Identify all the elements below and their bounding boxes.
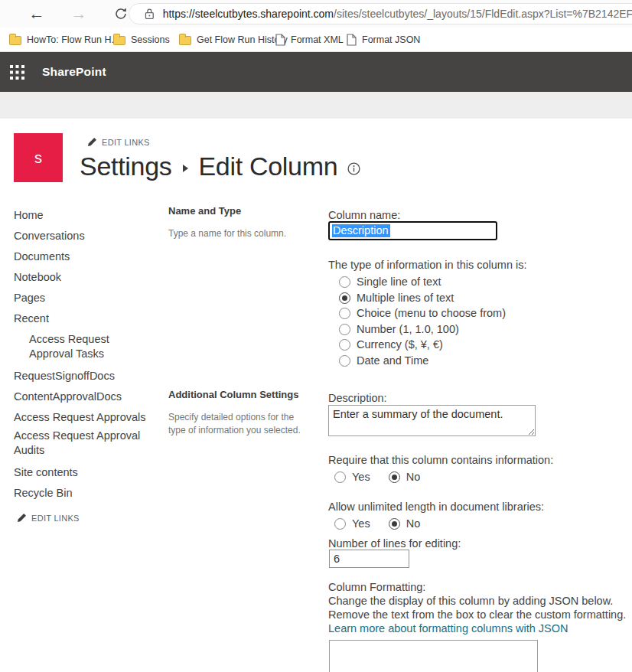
edit-links-label: EDIT LINKS (102, 138, 150, 147)
column-name-input[interactable]: Description (328, 221, 497, 240)
radio-label: No (406, 471, 421, 483)
url-domain: steelcutbytes.sharepoint.com (195, 8, 334, 20)
back-button[interactable]: ← (25, 3, 48, 24)
refresh-icon (114, 7, 128, 21)
section-description-name-and-type: Type a name for this column. (168, 227, 314, 240)
require-yes-option[interactable]: Yes (334, 471, 370, 483)
bookmark-howto-flow-run[interactable]: HowTo: Flow Run H... (9, 28, 119, 51)
radio-label: Single line of text (357, 276, 441, 288)
forward-button[interactable]: → (67, 3, 90, 24)
info-icon (347, 162, 360, 175)
description-label: Description: (328, 392, 387, 404)
back-icon: ← (29, 5, 45, 23)
sidebar-item-access-request-approval-tasks[interactable]: Access Request Approval Tasks (29, 332, 144, 361)
column-name-label: Column name: (328, 209, 400, 221)
unlimited-radio-group: Yes No (334, 517, 420, 530)
column-formatting-label: Column Formatting: (328, 581, 425, 593)
sidebar-item-recycle-bin[interactable]: Recycle Bin (14, 486, 159, 501)
folder-icon (9, 36, 21, 45)
pencil-icon (87, 137, 97, 147)
radio-icon-selected[interactable] (339, 292, 350, 304)
url-text: https://steelcutbytes.sharepoint.com/sit… (163, 8, 632, 20)
column-formatting-textarea[interactable] (329, 640, 538, 672)
info-button[interactable] (347, 162, 360, 175)
radio-icon[interactable] (339, 339, 350, 351)
formatting-learn-more-link[interactable]: Learn more about formatting columns with… (328, 622, 568, 634)
bookmark-format-json[interactable]: Format JSON (347, 28, 420, 51)
site-logo[interactable]: s (14, 133, 63, 182)
column-name-selected-text: Description (332, 224, 390, 237)
sidebar-item-home[interactable]: Home (14, 208, 159, 223)
url-scheme: https:// (163, 8, 195, 20)
bookmark-label: Get Flow Run History (197, 34, 288, 45)
waffle-icon (10, 65, 24, 80)
bookmarks-bar: HowTo: Flow Run H... Sessions Get Flow R… (0, 28, 632, 52)
breadcrumb-arrow-icon (183, 165, 188, 172)
sidebar-item-pages[interactable]: Pages (14, 291, 159, 305)
sidebar-item-contentapprovaldocs[interactable]: ContentApprovalDocs (14, 390, 159, 404)
lock-icon (145, 8, 155, 20)
radio-option-number[interactable]: Number (1, 1.0, 100) (339, 323, 459, 335)
sidebar-item-conversations[interactable]: Conversations (14, 229, 159, 243)
section-heading-additional-settings: Additional Column Settings (168, 389, 298, 400)
radio-option-multiple-lines-of-text[interactable]: Multiple lines of text (339, 292, 454, 304)
edit-links-top-button[interactable]: EDIT LINKS (87, 137, 150, 147)
column-formatting-help-2: Remove the text from the box to clear th… (328, 608, 626, 621)
require-radio-group: Yes No (334, 471, 420, 483)
radio-option-currency[interactable]: Currency ($, ¥, €) (339, 338, 443, 351)
unlimited-yes-option[interactable]: Yes (334, 517, 370, 530)
radio-icon[interactable] (339, 276, 350, 288)
sidebar-item-documents[interactable]: Documents (14, 250, 159, 264)
section-heading-name-and-type: Name and Type (168, 205, 241, 217)
number-of-lines-input[interactable] (329, 550, 409, 568)
number-of-lines-label: Number of lines for editing: (328, 537, 461, 550)
radio-label: No (406, 517, 421, 530)
file-icon (347, 34, 357, 46)
bookmark-get-flow-run-history[interactable]: Get Flow Run History (179, 28, 288, 51)
sidebar-item-site-contents[interactable]: Site contents (14, 465, 159, 480)
radio-icon[interactable] (334, 518, 346, 530)
radio-icon[interactable] (339, 355, 350, 367)
radio-label: Date and Time (357, 354, 428, 367)
description-textarea[interactable]: Enter a summary of the document. (328, 405, 536, 436)
sidebar-item-recent[interactable]: Recent (14, 312, 159, 326)
edit-links-sidebar-button[interactable]: EDIT LINKS (17, 513, 80, 523)
bookmark-label: Format XML (291, 34, 344, 45)
radio-option-date-and-time[interactable]: Date and Time (339, 354, 428, 367)
column-formatting-help-1: Change the display of this column by add… (328, 595, 613, 607)
radio-icon[interactable] (334, 471, 346, 483)
suite-bar-app-name[interactable]: SharePoint (42, 65, 106, 79)
bookmark-format-xml[interactable]: Format XML (275, 28, 344, 51)
bookmark-label: Sessions (131, 34, 170, 45)
radio-icon-selected[interactable] (389, 471, 400, 483)
sidebar-item-access-request-approvals[interactable]: Access Request Approvals (14, 410, 159, 425)
url-path: /sites/steelcutbytes/_layouts/15/FldEdit… (334, 8, 632, 20)
address-bar[interactable]: https://steelcutbytes.sharepoint.com/sit… (129, 3, 632, 24)
radio-label: Currency ($, ¥, €) (357, 338, 443, 351)
radio-option-choice[interactable]: Choice (menu to choose from) (339, 307, 506, 319)
site-logo-letter: s (34, 149, 42, 167)
radio-icon[interactable] (339, 324, 350, 335)
section-description-additional-settings: Specify detailed options for the type of… (168, 411, 314, 437)
sidebar-item-requestsignoffdocs[interactable]: RequestSignoffDocs (14, 369, 159, 383)
require-label: Require that this column contains inform… (328, 454, 553, 466)
forward-icon: → (71, 5, 87, 23)
breadcrumb-root[interactable]: Settings (80, 152, 171, 181)
bookmark-label: Format JSON (362, 34, 420, 45)
app-launcher-button[interactable] (10, 65, 24, 80)
radio-label: Multiple lines of text (357, 292, 454, 304)
radio-icon-selected[interactable] (389, 518, 400, 530)
bookmark-sessions[interactable]: Sessions (113, 28, 170, 51)
sidebar-item-access-request-approval-audits[interactable]: Access Request Approval Audits (14, 429, 159, 458)
suite-bar: SharePoint (0, 52, 632, 92)
require-no-option[interactable]: No (389, 471, 421, 483)
file-icon (275, 34, 285, 46)
type-question-label: The type of information in this column i… (328, 259, 527, 271)
breadcrumb-current: Edit Column (198, 152, 337, 181)
sidebar-item-notebook[interactable]: Notebook (14, 270, 159, 285)
edit-links-label: EDIT LINKS (31, 514, 80, 523)
unlimited-no-option[interactable]: No (389, 517, 421, 530)
radio-option-single-line-of-text[interactable]: Single line of text (339, 276, 441, 288)
radio-label: Number (1, 1.0, 100) (357, 323, 459, 335)
radio-icon[interactable] (339, 308, 350, 319)
